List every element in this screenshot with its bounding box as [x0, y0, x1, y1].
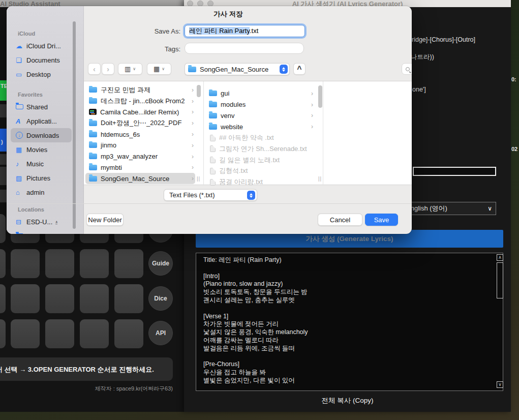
scroll-up-icon[interactable]: ∧: [497, 254, 503, 261]
sidebar-item-applicati-[interactable]: AApplicati...: [11, 114, 72, 128]
pad-button[interactable]: [114, 319, 143, 348]
folder-icon: [209, 124, 217, 130]
blue-button-fragment[interactable]: ): [0, 129, 7, 152]
search-input[interactable]: Search: [402, 63, 412, 75]
pad-button[interactable]: [11, 319, 40, 348]
pad-button[interactable]: [11, 284, 40, 313]
pad-button[interactable]: [45, 319, 74, 348]
file-format-select[interactable]: Text Files (*.txt): [164, 189, 257, 201]
sidebar-item-downloads[interactable]: ↓Downloads: [11, 128, 72, 142]
sidebar-item-icloud-dri-[interactable]: ☁iCloud Dri...: [11, 39, 72, 53]
filename-extension: .txt: [250, 27, 258, 35]
lyrics-text: Title: 레인 파티 (Rain Party) [Intro] (Piano…: [203, 256, 492, 385]
sidebar-item-esd-u-[interactable]: ⊟ESD-U...▴: [11, 215, 72, 229]
back-button[interactable]: ‹: [88, 63, 101, 75]
pad-button[interactable]: [11, 249, 40, 278]
file-row[interactable]: 구진모 민법 과제›: [85, 84, 195, 96]
save-button[interactable]: Save: [365, 214, 398, 226]
file-row[interactable]: htdemucs_6s›: [85, 129, 195, 140]
file-row[interactable]: 김형석.txt: [205, 166, 315, 177]
file-row-label: SongGen_Mac_Source: [101, 175, 190, 183]
song-structure-fragment: ridge]-[Chorus]-[Outro]: [412, 36, 475, 43]
forward-button[interactable]: ›: [102, 63, 114, 75]
file-row[interactable]: 꿈결 아리랑.txt: [205, 176, 315, 186]
pad-button[interactable]: [0, 284, 6, 313]
file-row[interactable]: gui›: [205, 88, 315, 99]
file-row[interactable]: modules›: [205, 99, 315, 110]
file-row[interactable]: 데스크탑 - jin...cBook Prom2›: [85, 96, 195, 107]
gray-button-fragment-1[interactable]: [0, 104, 7, 117]
scrollbar-thumb[interactable]: [497, 262, 503, 298]
chevron-right-icon: ›: [192, 119, 195, 127]
copy-all-button[interactable]: 전체 복사 (Copy): [184, 396, 511, 405]
gray-button-fragment-2[interactable]: [0, 154, 7, 165]
language-select-value: English (영어): [406, 202, 447, 215]
sidebar-item-movies[interactable]: ▦Movies: [11, 142, 72, 157]
circle-button-dice[interactable]: Dice: [148, 286, 173, 311]
pad-button[interactable]: [45, 249, 74, 278]
up-directory-button[interactable]: ^: [293, 63, 306, 75]
file-row[interactable]: venv›: [205, 110, 315, 122]
sidebar-item-documents[interactable]: ❏Documents: [11, 53, 72, 67]
file-row[interactable]: SongGen_Mac_Source›: [85, 173, 195, 184]
sidebar-scrollbar[interactable]: [73, 21, 76, 229]
sidebar-item-shared[interactable]: Shared: [11, 100, 72, 114]
green-button-fragment[interactable]: TE: [0, 80, 7, 101]
group-view-button[interactable]: ▦∨: [147, 63, 171, 75]
file-row-label: Doit+깡샘_안⋯_2022_PDF: [101, 118, 190, 128]
chevron-right-icon: ›: [311, 112, 315, 119]
filename-input[interactable]: 레인 파티 Rain Party.txt: [185, 25, 305, 37]
tag-fragment: one']: [412, 86, 426, 93]
column-2-scrollbar[interactable]: [318, 85, 322, 108]
pad-button[interactable]: [80, 249, 109, 278]
folder-popup-button[interactable]: SongGen_Mac_Source: [185, 63, 290, 75]
pad-button[interactable]: [114, 249, 143, 278]
file-row[interactable]: Doit+깡샘_안⋯_2022_PDF›: [85, 117, 195, 129]
sidebar-item-mybox[interactable]: MYBOX▴: [11, 229, 72, 234]
file-row[interactable]: ## 아득한 약속 .txt: [205, 132, 315, 143]
title-input-fragment[interactable]: [413, 167, 496, 176]
circle-button-guide[interactable]: Guide: [148, 251, 173, 276]
file-row[interactable]: mp3_wav_analyzer›: [85, 151, 195, 162]
lyrics-textarea[interactable]: Title: 레인 파티 (Rain Party) [Intro] (Piano…: [196, 253, 503, 391]
file-row-label: Camila Cabe...ilder Remix): [100, 108, 190, 116]
chevron-right-icon: ›: [311, 90, 315, 97]
file-row[interactable]: jinmo›: [85, 140, 195, 151]
language-select[interactable]: English (영어) ∨: [402, 202, 496, 215]
tags-label: Tags:: [84, 45, 180, 53]
circle-button-api[interactable]: API: [148, 321, 173, 345]
file-row[interactable]: website›: [205, 121, 315, 132]
sidebar-item-pictures[interactable]: ▨Pictures: [11, 171, 72, 185]
scroll-down-icon[interactable]: ∨: [497, 381, 503, 388]
sidebar-item-desktop[interactable]: ▭Desktop: [11, 67, 72, 81]
column-1-scrollbar[interactable]: [197, 85, 201, 97]
screen: 0: 02 AI Studio Assistant TE ) GuideDice…: [0, 0, 519, 420]
pad-button[interactable]: [114, 284, 143, 313]
column-2-resize-handle[interactable]: ||: [318, 176, 322, 182]
file-row[interactable]: 그림자 연가 Sh...Serenade.txt: [205, 143, 315, 155]
pad-button[interactable]: [45, 284, 74, 313]
sidebar-item-admin[interactable]: ⌂admin: [11, 185, 72, 199]
file-row-label: 구진모 민법 과제: [101, 85, 190, 95]
group-view-icon: ▦: [154, 65, 160, 73]
file-row[interactable]: mymbti›: [85, 162, 195, 173]
column-view-button[interactable]: ▥∨: [118, 63, 142, 75]
sidebar-item-music[interactable]: ♪Music: [11, 157, 72, 171]
new-folder-button[interactable]: New Folder: [86, 214, 124, 226]
dialog-header: Save As: 레인 파티 Rain Party.txt Tags: ‹ › …: [84, 6, 412, 81]
file-browser: 구진모 민법 과제›데스크탑 - jin...cBook Prom2›Camil…: [84, 81, 412, 185]
pad-button[interactable]: [0, 249, 6, 278]
pad-button[interactable]: [0, 319, 6, 348]
gray-button-fragment-4[interactable]: [0, 190, 7, 202]
chevron-right-icon: ›: [192, 164, 195, 171]
file-row[interactable]: 길 잃은 별의 노래.txt: [205, 155, 315, 166]
column-1-resize-handle[interactable]: ||: [197, 176, 200, 182]
tags-input[interactable]: [185, 43, 304, 54]
pad-button[interactable]: [80, 284, 109, 313]
gray-button-fragment-3[interactable]: [0, 167, 7, 185]
cancel-button[interactable]: Cancel: [318, 214, 362, 226]
pad-button[interactable]: [0, 214, 6, 243]
pad-button[interactable]: [80, 319, 109, 348]
sidebar-section-header: iCloud: [7, 26, 72, 39]
file-row[interactable]: Camila Cabe...ilder Remix)›: [85, 107, 195, 118]
